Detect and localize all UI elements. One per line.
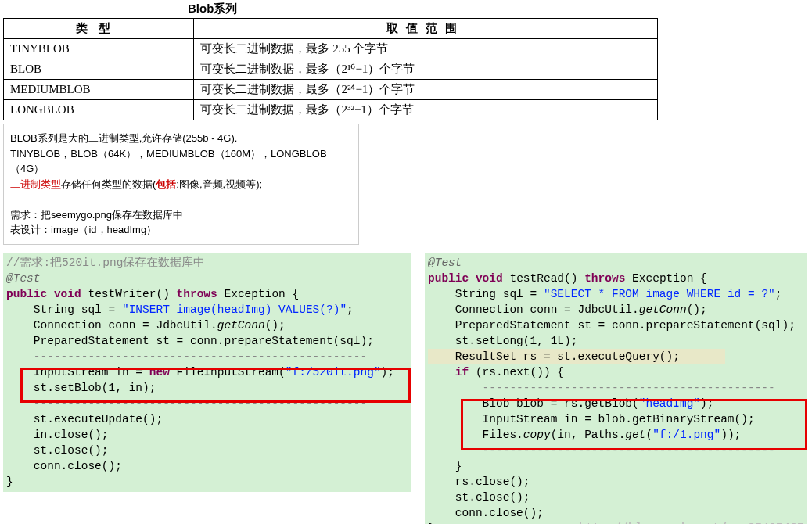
col-type: 类型 [4,19,194,39]
note-line: 二进制类型存储任何类型的数据(包括:图像,音频,视频等); [10,177,352,192]
code-line: } [6,476,13,488]
code-line: st.close(); [6,444,109,457]
code-block-read: http://blog.csdn.net/qq_35427437@Test pu… [425,253,807,525]
col-range: 取值范围 [194,19,658,39]
code-line: st.close(); [428,491,530,504]
cell-range: 可变长二进制数据，最多 255 个字节 [194,39,658,59]
code-divider: ----------------------------------------… [6,350,367,363]
code-line: public void testWriter() throws Exceptio… [6,288,299,300]
code-line: Connection conn = JdbcUtil.getConn(); [6,319,286,332]
section-title: Blob系列 [0,0,812,18]
cell-range: 可变长二进制数据，最多（2²⁴−1）个字节 [194,80,658,100]
cell-type: LONGBLOB [4,100,194,120]
code-line: Connection conn = JdbcUtil.getConn(); [428,303,707,316]
cell-type: MEDIUMBLOB [4,80,194,100]
code-line: st.setLong(1, 1L); [428,335,577,347]
note-blank [10,192,352,207]
code-line: public void testRead() throws Exception … [428,272,707,285]
highlight-box [461,399,807,450]
note-line: TINYBLOB，BLOB（64K），MEDIUMBLOB（160M），LONG… [10,146,352,177]
note-box: BLOB系列是大的二进制类型,允许存储(255b - 4G). TINYBLOB… [3,124,359,245]
cell-range: 可变长二进制数据，最多（2¹⁶−1）个字节 [194,59,658,80]
table-row: MEDIUMBLOB可变长二进制数据，最多（2²⁴−1）个字节 [4,80,658,100]
table-row: BLOB可变长二进制数据，最多（2¹⁶−1）个字节 [4,59,658,80]
code-line: rs.close(); [428,476,530,488]
code-annotation: @Test [428,257,462,269]
watermark: http://blog.csdn.net/qq_35427437 [579,521,804,524]
note-line: BLOB系列是大的二进制类型,允许存储(255b - 4G). [10,131,352,146]
blob-table: 类型 取值范围 TINYBLOB可变长二进制数据，最多 255 个字节 BLOB… [3,18,658,120]
code-line: conn.close(); [428,507,544,519]
highlight-box [20,368,411,403]
note-line: 表设计：image（id，headImg） [10,222,352,238]
code-highlight-line: ResultSet rs = st.executeQuery(); [428,349,725,364]
code-line: if (rs.next()) { [428,366,564,379]
note-red: 二进制类型 [10,178,61,190]
table-header-row: 类型 取值范围 [4,19,658,39]
code-block-write: //需求:把520it.png保存在数据库中 @Test public void… [3,253,411,492]
code-line: PreparedStatement st = conn.prepareState… [428,319,796,332]
code-line: PreparedStatement st = conn.prepareState… [6,335,374,347]
code-divider: ----------------------------------------… [428,382,775,394]
code-line: st.executeUpdate(); [6,413,163,425]
code-line: ResultSet rs = st.executeQuery(); [428,350,725,363]
code-annotation: @Test [6,272,41,285]
code-wrap: //需求:把520it.png保存在数据库中 @Test public void… [0,253,812,525]
note-text: :图像,音频,视频等); [176,178,262,190]
note-bold: 包括 [156,178,176,190]
code-line: } [428,460,462,472]
code-line: String sql = "INSERT image(headImg) VALU… [6,303,354,316]
code-comment: //需求:把520it.png保存在数据库中 [6,257,205,269]
code-line: in.close(); [6,429,109,441]
cell-type: TINYBLOB [4,39,194,59]
cell-type: BLOB [4,59,194,80]
table-row: TINYBLOB可变长二进制数据，最多 255 个字节 [4,39,658,59]
code-line: String sql = "SELECT * FROM image WHERE … [428,288,782,300]
table-row: LONGBLOB可变长二进制数据，最多（2³²−1）个字节 [4,100,658,120]
cell-range: 可变长二进制数据，最多（2³²−1）个字节 [194,100,658,120]
note-line: 需求：把seemygo.png保存在数据库中 [10,207,352,223]
code-line: conn.close(); [6,460,122,472]
note-text: 存储任何类型的数据( [61,178,156,190]
